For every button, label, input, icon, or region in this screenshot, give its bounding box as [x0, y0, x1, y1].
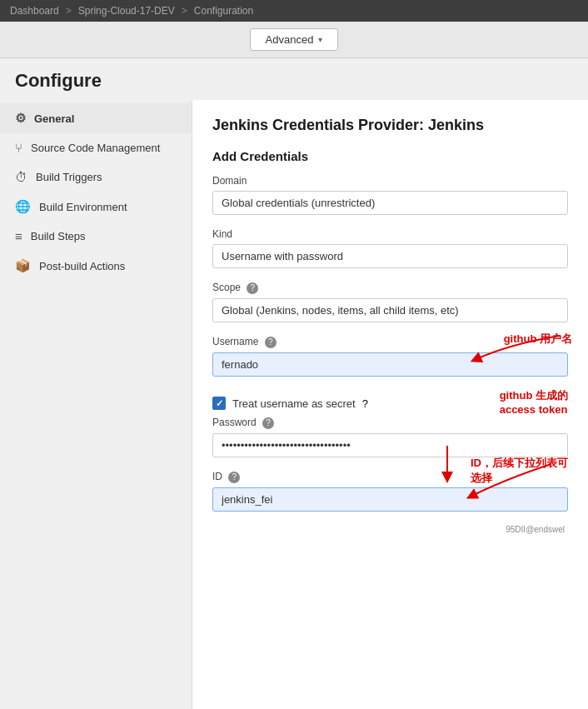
breadcrumb-sep1: >: [66, 5, 72, 17]
main-layout: ⚙ General ⑂ Source Code Management ⏱ Bui…: [0, 100, 588, 709]
sidebar-item-build-steps[interactable]: ≡ Build Steps: [0, 222, 192, 251]
advanced-bar: Advanced ▾: [0, 22, 588, 58]
globe-icon: 🌐: [15, 199, 31, 214]
credentials-provider-title: Jenkins Credentials Provider: Jenkins: [212, 117, 568, 134]
advanced-button-label: Advanced: [266, 33, 314, 46]
sidebar-label-build-triggers: Build Triggers: [36, 171, 102, 183]
breadcrumb-project[interactable]: Spring-Cloud-17-DEV: [78, 5, 175, 17]
kind-input[interactable]: [212, 244, 568, 268]
treat-username-checkbox[interactable]: ✓: [212, 397, 226, 410]
password-label: Password ?: [212, 417, 568, 429]
sidebar-label-build-steps: Build Steps: [31, 230, 86, 242]
sidebar-item-general[interactable]: ⚙ General: [0, 103, 192, 133]
gear-icon: ⚙: [15, 111, 26, 126]
list-icon: ≡: [15, 229, 22, 243]
scope-help-icon[interactable]: ?: [247, 282, 258, 294]
id-input[interactable]: [212, 487, 568, 512]
breadcrumb-dashboard[interactable]: Dashboard: [10, 5, 59, 17]
advanced-button[interactable]: Advanced ▾: [250, 28, 339, 51]
checkbox-label: Treat username as secret: [232, 397, 356, 410]
password-input[interactable]: [212, 433, 568, 457]
kind-label: Kind: [212, 228, 568, 240]
breadcrumb: Dashboard > Spring-Cloud-17-DEV > Config…: [0, 0, 588, 22]
scope-label: Scope ?: [212, 282, 568, 294]
domain-input[interactable]: [212, 191, 568, 215]
sidebar-label-post-build: Post-build Actions: [39, 260, 125, 272]
sidebar-label-scm: Source Code Management: [31, 142, 160, 154]
clock-icon: ⏱: [15, 170, 27, 184]
main-content: Jenkins Credentials Provider: Jenkins Ad…: [192, 100, 588, 709]
checkmark-icon: ✓: [216, 398, 223, 409]
add-credentials-title: Add Credentials: [212, 149, 568, 163]
id-help-icon[interactable]: ?: [228, 472, 240, 483]
treat-username-secret-row: ✓ Treat username as secret ?: [212, 390, 568, 417]
sidebar-item-scm[interactable]: ⑂ Source Code Management: [0, 133, 192, 162]
sidebar: ⚙ General ⑂ Source Code Management ⏱ Bui…: [0, 100, 192, 709]
domain-group: Domain: [212, 175, 568, 215]
domain-label: Domain: [212, 175, 568, 187]
watermark: 95DII@endswel: [212, 525, 568, 534]
box-icon: 📦: [15, 258, 31, 273]
username-help-icon[interactable]: ?: [265, 337, 277, 348]
kind-group: Kind: [212, 228, 568, 268]
sidebar-item-build-environment[interactable]: 🌐 Build Environment: [0, 192, 192, 222]
sidebar-item-build-triggers[interactable]: ⏱ Build Triggers: [0, 162, 192, 192]
username-group: Username ? github 用户名: [212, 336, 568, 377]
username-input[interactable]: [212, 352, 568, 377]
sidebar-item-post-build[interactable]: 📦 Post-build Actions: [0, 251, 192, 281]
page-title-area: Configure: [0, 58, 588, 100]
password-help-icon[interactable]: ?: [262, 417, 274, 429]
sidebar-label-general: General: [34, 112, 74, 125]
breadcrumb-config[interactable]: Configuration: [194, 5, 253, 17]
id-label: ID ?: [212, 471, 568, 483]
username-label: Username ?: [212, 336, 568, 348]
checkbox-help-icon[interactable]: ?: [362, 397, 368, 410]
breadcrumb-sep2: >: [182, 5, 187, 17]
scope-group: Scope ?: [212, 282, 568, 322]
password-group: Password ?: [212, 417, 568, 457]
sidebar-label-build-environment: Build Environment: [39, 201, 127, 213]
page-title: Configure: [15, 70, 573, 92]
chevron-down-icon: ▾: [318, 35, 322, 44]
scope-input[interactable]: [212, 298, 568, 322]
id-group: ID ? ID，后续下拉列表可 选择: [212, 471, 568, 512]
branch-icon: ⑂: [15, 141, 22, 155]
checkbox-area: ✓ Treat username as secret ? github 生成的 …: [212, 390, 568, 417]
